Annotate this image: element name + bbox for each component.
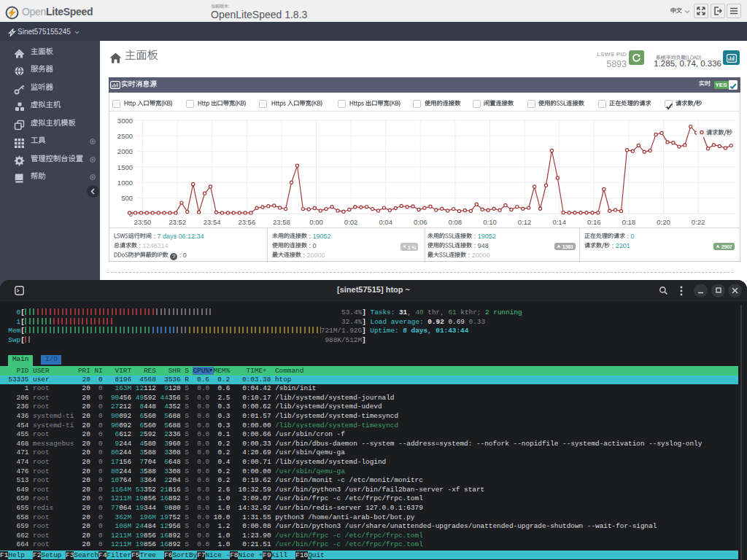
svg-text:0:18: 0:18 [622, 218, 636, 226]
svg-text:0:00: 0:00 [309, 218, 323, 226]
svg-text:1500: 1500 [117, 163, 133, 171]
svg-text:1000: 1000 [117, 179, 133, 187]
svg-text:0:12: 0:12 [518, 218, 532, 226]
svg-text:0:20: 0:20 [657, 218, 670, 226]
svg-text:3000: 3000 [117, 117, 133, 125]
svg-text:0:04: 0:04 [379, 218, 392, 226]
svg-text:0:14: 0:14 [552, 218, 566, 226]
svg-text:23:54: 23:54 [204, 218, 221, 226]
svg-text:0:22: 0:22 [692, 218, 705, 226]
svg-text:2000: 2000 [117, 147, 133, 155]
svg-text:0:02: 0:02 [344, 218, 358, 226]
svg-text:500: 500 [121, 194, 133, 202]
svg-text:0:08: 0:08 [449, 218, 462, 226]
svg-text:0:06: 0:06 [414, 218, 427, 226]
svg-text:23:58: 23:58 [273, 218, 290, 226]
svg-text:23:52: 23:52 [169, 218, 186, 226]
svg-text:2500: 2500 [117, 132, 133, 140]
svg-text:23:56: 23:56 [238, 218, 255, 226]
svg-text:23:50: 23:50 [134, 218, 152, 226]
svg-text:0:10: 0:10 [483, 218, 497, 226]
svg-text:0:16: 0:16 [587, 218, 601, 226]
